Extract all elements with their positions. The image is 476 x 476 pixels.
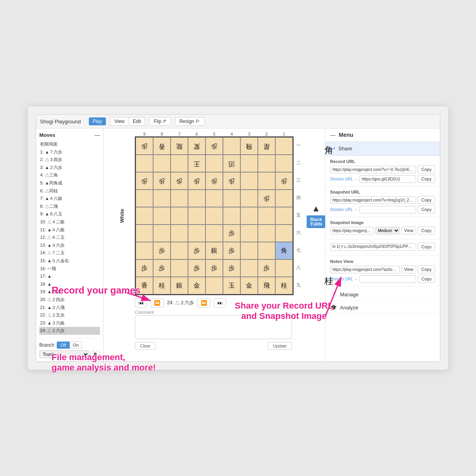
board-cell[interactable] [223, 137, 240, 155]
copy-shortened-record-url-button[interactable]: Copy [418, 175, 435, 183]
list-item[interactable]: 22: △２五歩 [39, 311, 100, 319]
branch-on-button[interactable]: On [70, 342, 83, 349]
notes-url-input[interactable] [330, 266, 400, 273]
board-cell[interactable]: 桂 [275, 277, 293, 294]
board-cell[interactable]: 歩 [153, 172, 171, 190]
copy-shortened-notes-url-button[interactable]: Copy [418, 275, 435, 283]
board-cell[interactable]: 歩 [188, 259, 205, 277]
board-cell[interactable] [240, 172, 258, 190]
moves-list[interactable]: 初期局面 1: ▲７六歩 2: △３四歩 3: ▲２六歩 4: △三角 5: ▲… [39, 140, 100, 335]
board-cell[interactable]: 歩 [258, 190, 275, 207]
list-item[interactable]: 初期局面 [39, 140, 100, 148]
board-cell[interactable]: 龍 [171, 137, 188, 155]
board-cell[interactable] [205, 207, 223, 225]
shortened-snapshot-url-input[interactable] [359, 206, 416, 213]
board-cell[interactable]: 香 [153, 137, 171, 155]
copy-shortened-snapshot-url-button[interactable]: Copy [418, 205, 435, 213]
board-cell[interactable]: 歩 [136, 172, 153, 190]
board-cell[interactable] [275, 155, 293, 172]
list-item[interactable]: 9: ▲６八玉 [39, 210, 100, 218]
view-snapshot-button[interactable]: View [401, 226, 416, 234]
board-cell[interactable]: 桂 [153, 277, 171, 294]
board-cell[interactable] [153, 207, 171, 225]
board-cell[interactable]: 玉 [223, 277, 240, 294]
board-cell[interactable] [223, 190, 240, 207]
board-cell[interactable] [153, 155, 171, 172]
board-cell[interactable]: 金 [188, 277, 205, 294]
delete-branch-button[interactable]: 🗑 [91, 351, 100, 358]
shorten-notes-url-link[interactable]: Shorten URL → [330, 277, 358, 281]
branch-select[interactable]: Trunk [39, 350, 89, 358]
board-cell[interactable]: 歩 [188, 242, 205, 259]
board-cell[interactable] [188, 225, 205, 242]
board-cell[interactable] [136, 190, 153, 207]
minimize-moves-icon[interactable]: — [94, 132, 100, 138]
nav-next-button[interactable]: ⏩ [197, 298, 211, 307]
board-cell[interactable] [240, 242, 258, 259]
minimize-menu-icon[interactable]: — [330, 132, 336, 138]
copy-notes-url-button[interactable]: Copy [418, 265, 435, 273]
snapshot-url-input[interactable] [330, 196, 416, 204]
shogi-board[interactable]: 歩 香 龍 変 歩 飛 星 [135, 136, 294, 295]
board-cell[interactable] [205, 190, 223, 207]
list-item[interactable]: 8: △二飛 [39, 203, 100, 211]
analyze-menu-item[interactable]: 🎓 Analyze [325, 301, 440, 314]
board-cell[interactable]: 変 [188, 137, 205, 155]
board-cell[interactable] [205, 155, 223, 172]
board-cell[interactable] [205, 225, 223, 242]
snapshot-image-url-input[interactable] [330, 227, 374, 234]
board-cell[interactable]: 歩 [153, 242, 171, 259]
board-cell[interactable] [171, 190, 188, 207]
branch-off-button[interactable]: Off [57, 342, 69, 349]
board-cell[interactable]: 飛 [240, 137, 258, 155]
board-cell[interactable]: 歩 [258, 259, 275, 277]
board-cell[interactable] [136, 242, 153, 259]
board-cell[interactable]: 星 [258, 137, 275, 155]
board-cell[interactable] [171, 259, 188, 277]
shortened-record-url-input[interactable] [359, 175, 416, 183]
update-comment-button[interactable]: Update [268, 342, 292, 350]
board-cell[interactable]: 歩 [136, 259, 153, 277]
board-cell[interactable] [153, 190, 171, 207]
board-cell[interactable]: 王 [188, 155, 205, 172]
board-cell[interactable]: 歩 [205, 137, 223, 155]
board-cell[interactable] [136, 225, 153, 242]
list-item[interactable]: 15: ▲５八金右 [39, 257, 100, 265]
list-item[interactable]: 24: △２六歩 [39, 327, 100, 335]
board-cell[interactable] [240, 155, 258, 172]
board-cell[interactable]: 歩 [136, 137, 153, 155]
play-button[interactable]: Play [89, 117, 106, 125]
board-cell[interactable]: 歩 [205, 172, 223, 190]
copy-record-url-button[interactable]: Copy [418, 165, 435, 173]
board-cell[interactable]: 歩 [223, 225, 240, 242]
board-cell[interactable] [258, 225, 275, 242]
manage-menu-item[interactable]: 📄 Manage [325, 288, 440, 301]
list-item[interactable]: 7: ▲４八銀 [39, 195, 100, 203]
board-cell[interactable]: 歩 [205, 259, 223, 277]
list-item[interactable]: 20: △２四歩 [39, 296, 100, 304]
board-cell[interactable]: 歩 [223, 242, 240, 259]
board-cell[interactable]: 滔 [223, 155, 240, 172]
comment-textarea[interactable] [135, 315, 292, 339]
kifu-url-input[interactable] [330, 243, 416, 251]
list-item[interactable]: 16: 一飛 [39, 265, 100, 273]
board-cell[interactable] [240, 207, 258, 225]
board-cell[interactable] [258, 155, 275, 172]
board-cell[interactable]: 角 [275, 242, 293, 259]
copy-snapshot-image-button[interactable]: Copy [418, 226, 435, 234]
board-cell[interactable] [240, 225, 258, 242]
board-cell[interactable] [171, 155, 188, 172]
list-item[interactable]: 21: ▲２八飛 [39, 304, 100, 312]
board-cell[interactable] [240, 190, 258, 207]
list-item[interactable]: 11: ▲４八銀 [39, 226, 100, 234]
board-cell[interactable]: 銀 [205, 242, 223, 259]
board-cell[interactable] [258, 242, 275, 259]
board-cell[interactable] [136, 207, 153, 225]
copy-kifu-url-button[interactable]: Copy [418, 243, 435, 251]
record-url-input[interactable] [330, 166, 416, 173]
nav-prev-button[interactable]: ⏪ [150, 298, 164, 307]
board-cell[interactable]: 銀 [171, 277, 188, 294]
list-item[interactable]: 3: ▲２六歩 [39, 164, 100, 172]
board-cell[interactable] [171, 242, 188, 259]
shorten-record-url-link[interactable]: Shorten URL → [330, 177, 358, 181]
